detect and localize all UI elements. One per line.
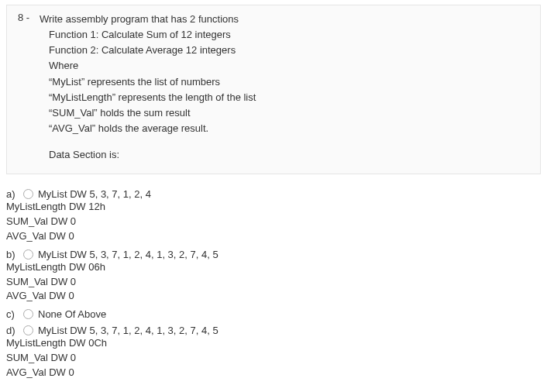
radio-b[interactable] [23,249,33,260]
stem-line: Where [49,58,256,74]
option-letter: a) [6,188,19,200]
data-section-label: Data Section is: [49,147,256,163]
option-line: AVG_Val DW 0 [6,289,541,304]
option-first-line: MyList DW 5, 3, 7, 1, 2, 4 [38,188,151,200]
option-letter: b) [6,249,19,260]
stem-line: “MyListLength” represents the length of … [49,90,256,105]
stem-line: Write assembly program that has 2 functi… [40,12,256,27]
option-line: SUM_Val DW 0 [6,351,541,366]
radio-a[interactable] [23,189,33,199]
stem-line: “MyList” represents the list of numbers [49,74,256,90]
option-line: MyListLength DW 06h [6,260,541,275]
question-box: 8 - Write assembly program that has 2 fu… [6,5,541,174]
option-line: SUM_Val DW 0 [6,215,541,229]
option-body: MyListLength DW 12h SUM_Val DW 0 AVG_Val… [6,200,541,244]
option-letter: c) [6,308,19,320]
stem-line: “AVG_Val” holds the average result. [49,121,256,136]
stem-line: Function 2: Calculate Average 12 integer… [49,43,256,58]
option-line: MyListLength DW 0Ch [6,336,541,351]
answer-options: a) MyList DW 5, 3, 7, 1, 2, 4 MyListLeng… [0,174,547,380]
option-line: MyListLength DW 12h [6,200,541,215]
option-first-line: MyList DW 5, 3, 7, 1, 2, 4, 1, 3, 2, 7, … [38,325,218,336]
question-stem: Write assembly program that has 2 functi… [40,12,256,163]
option-line: AVG_Val DW 0 [6,366,541,380]
stem-line: Function 1: Calculate Sum of 12 integers [49,27,256,43]
radio-c[interactable] [23,309,33,319]
option-first-line: None Of Above [38,308,106,320]
option-letter: d) [6,325,19,336]
option-body: MyListLength DW 0Ch SUM_Val DW 0 AVG_Val… [6,336,541,380]
option-a: a) MyList DW 5, 3, 7, 1, 2, 4 MyListLeng… [6,188,541,244]
option-line: SUM_Val DW 0 [6,275,541,290]
option-line: AVG_Val DW 0 [6,229,541,244]
option-d: d) MyList DW 5, 3, 7, 1, 2, 4, 1, 3, 2, … [6,325,541,380]
option-b: b) MyList DW 5, 3, 7, 1, 2, 4, 1, 3, 2, … [6,249,541,304]
question-number: 8 - [18,12,40,163]
option-body: MyListLength DW 06h SUM_Val DW 0 AVG_Val… [6,260,541,304]
option-c: c) None Of Above [6,308,541,320]
option-first-line: MyList DW 5, 3, 7, 1, 2, 4, 1, 3, 2, 7, … [38,249,218,260]
radio-d[interactable] [23,325,33,335]
stem-line: “SUM_Val” holds the sum result [49,105,256,121]
